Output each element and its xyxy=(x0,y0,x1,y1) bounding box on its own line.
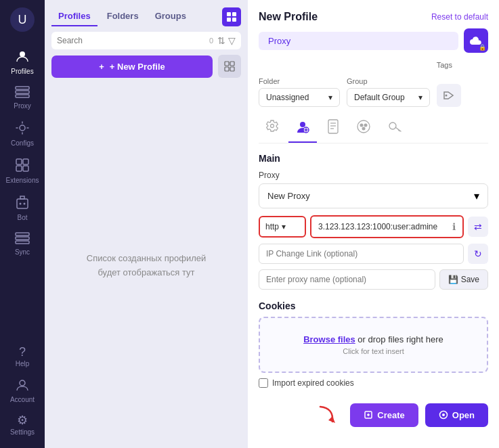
cookies-drop-sub: Click for text insert xyxy=(276,347,471,355)
plus-icon: + xyxy=(99,62,104,72)
sidebar-item-proxy-label: Proxy xyxy=(14,102,31,110)
bottom-actions: Create Open xyxy=(259,401,488,428)
sidebar-item-settings[interactable]: ⚙ Settings xyxy=(0,409,45,441)
save-proxy-button[interactable]: 💾 Save xyxy=(439,269,488,290)
svg-rect-7 xyxy=(16,159,22,164)
grid-view-button[interactable] xyxy=(218,55,241,78)
svg-rect-15 xyxy=(16,237,29,240)
svg-point-13 xyxy=(24,203,26,205)
import-row: Import expired cookies xyxy=(259,378,488,388)
view-toggle-button[interactable] xyxy=(222,7,241,26)
group-select[interactable]: Default Group ▾ xyxy=(347,88,430,107)
svg-rect-4 xyxy=(16,91,29,93)
svg-rect-25 xyxy=(230,67,234,71)
folder-group-row: Folder Unassigned ▾ Group Default Group … xyxy=(259,61,488,107)
svg-point-44 xyxy=(442,413,445,416)
extensions-icon xyxy=(15,158,30,175)
svg-point-28 xyxy=(300,122,305,127)
cookies-drop-zone[interactable]: Browse files or drop files right here Cl… xyxy=(259,317,488,373)
proxy-badge: Proxy xyxy=(259,32,458,50)
page-title: New Profile xyxy=(259,11,318,23)
protocol-value: http xyxy=(265,222,279,231)
folder-select[interactable]: Unassigned ▾ xyxy=(259,88,340,107)
sidebar-item-configs-label: Configs xyxy=(11,139,34,147)
filter-icon[interactable]: ▽ xyxy=(228,35,236,46)
protocol-chevron-icon: ▾ xyxy=(282,222,286,231)
ptab-appearance[interactable] xyxy=(349,115,378,143)
import-expired-checkbox[interactable] xyxy=(259,378,268,388)
svg-point-26 xyxy=(445,95,447,97)
ip-change-row: ↻ xyxy=(259,244,488,264)
folder-group: Folder Unassigned ▾ xyxy=(259,77,340,107)
cloud-button[interactable]: 🔒 xyxy=(464,28,488,53)
sidebar-item-help-label: Help xyxy=(16,360,30,367)
proxy-badge-row: Proxy 🔒 xyxy=(259,28,488,53)
refresh-button[interactable]: ↻ xyxy=(468,244,488,264)
configs-icon xyxy=(15,120,30,137)
right-panel: New Profile Reset to default Proxy 🔒 Fol… xyxy=(248,0,499,448)
svg-rect-16 xyxy=(16,241,29,244)
group-label: Group xyxy=(347,77,430,85)
proxy-dropdown[interactable]: New Proxy ▾ xyxy=(259,183,488,208)
svg-point-35 xyxy=(360,124,364,127)
svg-rect-22 xyxy=(225,62,229,66)
sidebar-item-sync[interactable]: Sync xyxy=(0,227,45,261)
browse-files-link[interactable]: Browse files xyxy=(303,334,355,344)
svg-rect-9 xyxy=(16,166,22,171)
sidebar-item-bot[interactable]: Bot xyxy=(0,189,45,227)
proxy-name-input[interactable] xyxy=(259,269,435,290)
proxy-section-label: Proxy xyxy=(259,171,488,180)
search-input[interactable] xyxy=(57,36,205,45)
ip-change-input[interactable] xyxy=(259,244,464,264)
svg-rect-14 xyxy=(16,233,29,236)
proxy-section: Proxy New Proxy ▾ http ▾ ℹ ⇄ ↻ 💾 Save xyxy=(259,171,488,300)
tab-groups[interactable]: Groups xyxy=(148,7,193,26)
sidebar-item-account[interactable]: Account xyxy=(0,373,45,409)
svg-point-6 xyxy=(20,125,25,131)
create-button[interactable]: Create xyxy=(350,403,418,427)
proxy-address-input[interactable] xyxy=(318,222,450,231)
svg-rect-24 xyxy=(225,67,229,71)
left-tabs: Profiles Folders Groups xyxy=(45,0,248,26)
protocol-select[interactable]: http ▾ xyxy=(259,216,306,238)
ptab-settings[interactable] xyxy=(259,115,286,143)
sidebar-item-bot-label: Bot xyxy=(17,214,27,221)
arrow-hint xyxy=(313,401,341,428)
ptab-keys[interactable] xyxy=(381,115,409,143)
sync-icon xyxy=(15,232,30,246)
proxy-icon xyxy=(15,86,30,100)
ptab-profile[interactable] xyxy=(288,115,317,143)
svg-rect-3 xyxy=(16,87,29,89)
ptab-cookies[interactable] xyxy=(320,115,347,143)
save-create-icon xyxy=(364,410,373,420)
folder-label: Folder xyxy=(259,77,340,85)
cookies-section: Cookies Browse files or drop files right… xyxy=(259,300,488,388)
reset-to-default-link[interactable]: Reset to default xyxy=(431,12,488,22)
svg-rect-10 xyxy=(23,166,28,171)
search-row: 0 ⇅ ▽ xyxy=(51,32,241,49)
swap-button[interactable]: ⇄ xyxy=(468,217,488,237)
svg-point-12 xyxy=(20,203,22,205)
tags-button[interactable] xyxy=(437,84,461,107)
sidebar-item-profiles[interactable]: Profiles xyxy=(0,43,45,81)
sidebar-item-configs[interactable]: Configs xyxy=(0,115,45,152)
open-button[interactable]: Open xyxy=(425,403,488,427)
sidebar-item-settings-label: Settings xyxy=(10,428,35,436)
folder-chevron-icon: ▾ xyxy=(328,93,332,102)
new-profile-button[interactable]: + + New Profile xyxy=(51,55,213,78)
svg-rect-21 xyxy=(232,18,236,22)
profile-tabs xyxy=(259,115,488,143)
tab-profiles[interactable]: Profiles xyxy=(51,7,97,26)
svg-rect-18 xyxy=(227,12,231,16)
sidebar-item-proxy[interactable]: Proxy xyxy=(0,81,45,115)
sort-icon[interactable]: ⇅ xyxy=(217,35,225,46)
tab-folders[interactable]: Folders xyxy=(100,7,146,26)
svg-rect-30 xyxy=(328,120,338,133)
bot-icon xyxy=(15,195,30,212)
group-group: Group Default Group ▾ xyxy=(347,77,430,107)
info-icon[interactable]: ℹ xyxy=(452,221,456,232)
sidebar-item-help[interactable]: ? Help xyxy=(0,340,45,373)
sidebar-item-extensions[interactable]: Extensions xyxy=(0,152,45,189)
profiles-icon xyxy=(15,49,30,66)
right-header: New Profile Reset to default xyxy=(259,11,488,23)
